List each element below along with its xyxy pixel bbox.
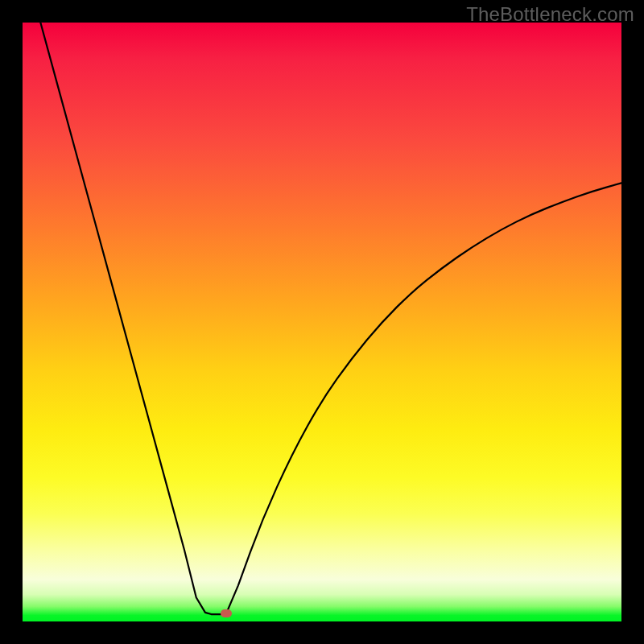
watermark-text: TheBottleneck.com	[466, 3, 634, 26]
chart-frame: TheBottleneck.com	[0, 0, 644, 644]
plot-area	[23, 23, 621, 621]
curve-path	[40, 23, 621, 614]
bottleneck-curve	[23, 23, 621, 621]
minimum-marker	[221, 609, 232, 617]
